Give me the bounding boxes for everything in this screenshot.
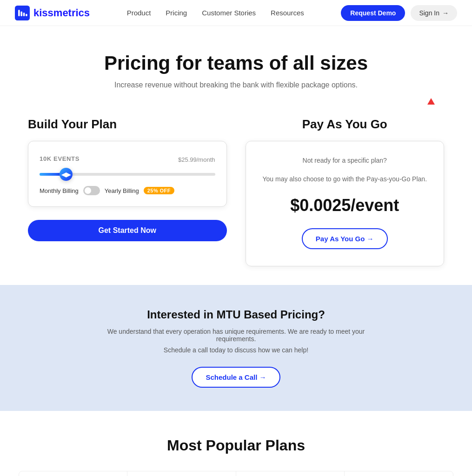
- plan-col-features: PLAN Features Annual Agreement: [19, 471, 127, 476]
- billing-monthly-label: Monthly Billing: [40, 187, 79, 194]
- payg-cta-button[interactable]: Pay As You Go →: [302, 228, 388, 249]
- logo-text: kissmetrics: [33, 7, 90, 19]
- plan-col-gold: GOLD $499/mo For medium sized teams: [236, 471, 345, 476]
- svg-rect-4: [26, 13, 27, 16]
- pay-as-you-go: Pay As You Go Not ready for a specific p…: [246, 117, 445, 266]
- events-label: 10K EVENTS: [40, 155, 80, 162]
- slider-track: ◀▶: [40, 173, 215, 176]
- payg-not-ready: Not ready for a specific plan?: [260, 155, 430, 165]
- slider-wrapper: ◀▶: [40, 173, 215, 176]
- mtu-description: We understand that every operation has u…: [97, 328, 376, 343]
- slider-thumb[interactable]: ◀▶: [60, 168, 73, 181]
- hero-subtitle: Increase revenue without breaking the ba…: [9, 81, 463, 89]
- svg-rect-1: [18, 9, 20, 16]
- pricing-section: Build Your Plan 10K EVENTS $25.99/month …: [0, 99, 472, 285]
- payg-heading: Pay As You Go: [246, 117, 445, 132]
- off-badge: 25% OFF: [144, 187, 174, 194]
- logo[interactable]: kissmetrics: [15, 6, 90, 20]
- billing-row: Monthly Billing Yearly Billing 25% OFF: [40, 186, 215, 195]
- decoration-triangle: [427, 98, 435, 105]
- plans-grid: PLAN Features Annual Agreement SILVER $1…: [19, 471, 453, 476]
- hero-section: Pricing for teams of all sizes Increase …: [0, 26, 472, 99]
- nav-link-customer-stories[interactable]: Customer Stories: [202, 9, 256, 17]
- billing-toggle[interactable]: [83, 186, 100, 195]
- nav-link-product[interactable]: Product: [127, 9, 151, 17]
- plan-col-platinum: PLATINUM Custom For large teams: [345, 471, 453, 476]
- build-plan: Build Your Plan 10K EVENTS $25.99/month …: [28, 117, 227, 266]
- svg-rect-2: [20, 11, 22, 16]
- payg-price: $0.0025/event: [260, 196, 430, 215]
- hero-title: Pricing for teams of all sizes: [9, 52, 463, 74]
- plan-col-silver: SILVER $199/mo For small teams: [127, 471, 236, 476]
- nav-actions: Request Demo Sign In →: [341, 5, 457, 21]
- sign-in-icon: →: [442, 9, 449, 17]
- nav-link-pricing[interactable]: Pricing: [166, 9, 187, 17]
- events-row: 10K EVENTS $25.99/month: [40, 152, 215, 165]
- logo-icon: [15, 6, 30, 20]
- popular-plans-heading: Most Popular Plans: [19, 437, 453, 454]
- nav-link-resources[interactable]: Resources: [271, 9, 304, 17]
- payg-card: Not ready for a specific plan? You may a…: [246, 141, 445, 266]
- billing-yearly-label: Yearly Billing: [105, 187, 139, 194]
- get-started-button[interactable]: Get Started Now: [28, 220, 227, 241]
- payg-description: You may also choose to go with the Pay-a…: [260, 174, 430, 184]
- mtu-heading: Interested in MTU Based Pricing?: [19, 308, 453, 321]
- slider-thumb-icon: ◀▶: [61, 171, 71, 178]
- events-price: $25.99/month: [178, 152, 215, 165]
- nav-links: Product Pricing Customer Stories Resourc…: [127, 9, 304, 17]
- popular-plans-section: Most Popular Plans PLAN Features Annual …: [0, 411, 472, 476]
- mtu-section: Interested in MTU Based Pricing? We unde…: [0, 285, 472, 411]
- schedule-call-button[interactable]: Schedule a Call →: [192, 367, 280, 388]
- svg-rect-3: [23, 13, 25, 16]
- navigation: kissmetrics Product Pricing Customer Sto…: [0, 0, 472, 26]
- build-plan-heading: Build Your Plan: [28, 117, 227, 132]
- mtu-schedule-text: Schedule a call today to discuss how we …: [97, 346, 376, 354]
- sign-in-button[interactable]: Sign In →: [411, 5, 457, 21]
- request-demo-button[interactable]: Request Demo: [341, 5, 405, 21]
- plan-card: 10K EVENTS $25.99/month ◀▶ Monthly Billi…: [28, 141, 227, 207]
